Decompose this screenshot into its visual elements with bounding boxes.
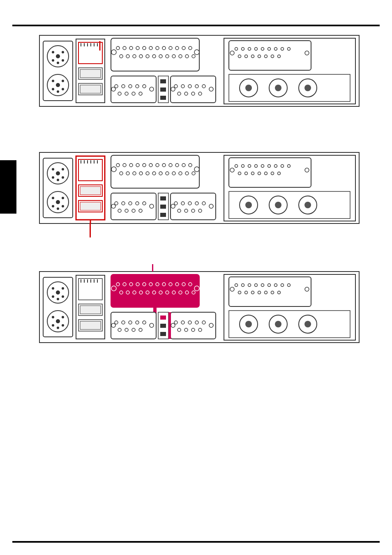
svg-point-76 [195, 85, 198, 88]
svg-point-191 [191, 209, 195, 212]
svg-point-93 [281, 48, 284, 51]
svg-point-159 [159, 172, 162, 175]
svg-point-64 [132, 92, 135, 95]
svg-point-288 [111, 323, 115, 327]
svg-point-219 [275, 202, 281, 208]
svg-point-42 [120, 55, 123, 58]
svg-point-269 [159, 291, 162, 294]
svg-point-226 [52, 287, 54, 290]
svg-point-49 [166, 55, 169, 58]
svg-point-279 [115, 321, 118, 324]
svg-point-228 [52, 295, 54, 298]
svg-point-100 [271, 55, 274, 58]
svg-point-149 [169, 164, 172, 167]
svg-point-207 [245, 172, 248, 175]
svg-point-287 [139, 328, 142, 332]
svg-point-37 [162, 46, 166, 50]
diagram-2 [39, 152, 360, 224]
svg-point-252 [123, 283, 126, 286]
svg-point-333 [304, 321, 311, 327]
svg-point-34 [143, 46, 146, 50]
svg-point-52 [185, 55, 189, 58]
svg-point-187 [195, 202, 198, 205]
svg-point-205 [288, 165, 291, 168]
svg-point-81 [198, 92, 202, 95]
svg-point-295 [174, 321, 178, 324]
svg-point-147 [156, 164, 159, 167]
svg-point-88 [248, 48, 251, 51]
svg-point-298 [195, 321, 198, 324]
svg-point-144 [136, 164, 139, 167]
svg-point-8 [57, 62, 59, 64]
svg-point-101 [278, 55, 281, 58]
svg-point-62 [118, 92, 121, 95]
svg-point-169 [122, 202, 125, 205]
svg-point-301 [184, 328, 188, 332]
svg-point-186 [188, 202, 191, 205]
svg-point-165 [111, 167, 116, 172]
svg-point-118 [62, 176, 64, 179]
svg-point-204 [281, 165, 284, 168]
svg-rect-306 [168, 312, 171, 339]
svg-point-310 [242, 284, 244, 287]
svg-point-320 [251, 291, 254, 294]
svg-point-227 [62, 287, 64, 290]
svg-point-214 [305, 168, 309, 172]
svg-point-314 [268, 284, 271, 287]
svg-rect-70 [160, 88, 166, 92]
svg-point-168 [115, 202, 118, 205]
svg-point-158 [152, 172, 156, 175]
svg-point-325 [230, 287, 234, 291]
svg-point-178 [150, 204, 154, 208]
svg-point-198 [242, 165, 244, 168]
svg-point-280 [122, 321, 125, 324]
svg-point-143 [129, 164, 133, 167]
svg-point-124 [52, 205, 54, 207]
svg-point-172 [143, 202, 146, 205]
svg-point-73 [174, 85, 178, 88]
svg-point-281 [129, 321, 132, 324]
svg-point-267 [146, 291, 149, 294]
svg-point-95 [238, 55, 241, 58]
svg-point-58 [122, 85, 125, 88]
svg-point-331 [275, 321, 281, 327]
svg-point-170 [129, 202, 132, 205]
svg-point-89 [255, 48, 258, 51]
svg-point-164 [192, 172, 195, 175]
svg-point-91 [268, 48, 271, 51]
svg-point-276 [194, 286, 199, 291]
svg-point-194 [209, 204, 213, 208]
svg-point-326 [305, 287, 309, 291]
svg-point-103 [305, 51, 309, 55]
svg-point-39 [175, 46, 179, 50]
svg-point-232 [56, 319, 60, 323]
svg-point-157 [146, 172, 149, 175]
svg-point-264 [126, 291, 129, 294]
svg-point-255 [143, 283, 146, 286]
svg-point-150 [175, 164, 179, 167]
svg-rect-249 [80, 321, 101, 329]
svg-point-32 [129, 46, 133, 50]
svg-point-197 [235, 165, 238, 168]
svg-point-319 [245, 291, 248, 294]
svg-point-318 [238, 291, 241, 294]
svg-point-208 [251, 172, 254, 175]
svg-point-7 [62, 59, 64, 62]
svg-point-274 [192, 291, 195, 294]
svg-point-80 [191, 92, 195, 95]
svg-point-209 [258, 172, 261, 175]
svg-point-329 [245, 321, 252, 327]
svg-point-79 [184, 92, 188, 95]
svg-point-5 [62, 51, 64, 53]
svg-rect-293 [160, 332, 166, 336]
svg-rect-292 [160, 324, 166, 328]
svg-point-115 [52, 168, 54, 170]
svg-point-36 [156, 46, 159, 50]
svg-point-263 [120, 291, 123, 294]
svg-point-213 [230, 168, 234, 172]
svg-rect-69 [160, 79, 166, 83]
svg-point-30 [116, 46, 120, 50]
svg-point-46 [146, 55, 149, 58]
svg-point-260 [175, 283, 179, 286]
svg-point-265 [133, 291, 136, 294]
